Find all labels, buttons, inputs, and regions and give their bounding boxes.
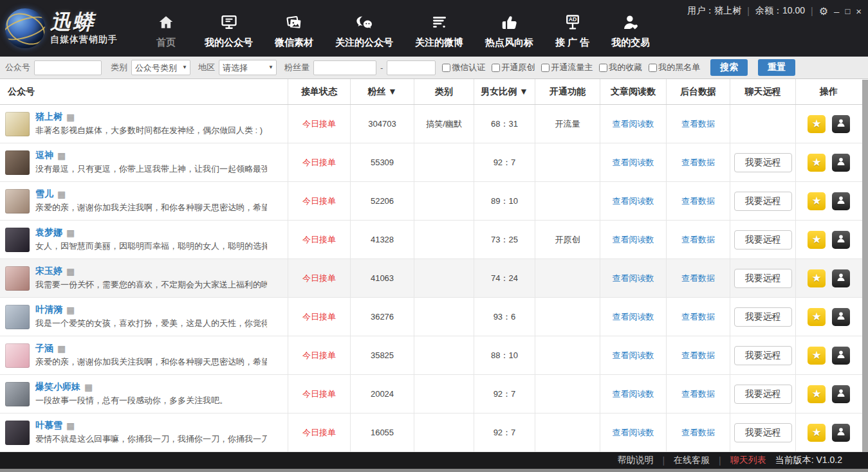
account-name-link[interactable]: 子涵	[35, 343, 53, 354]
col-header-gender-ratio-sort[interactable]: 男女比例 ▼	[474, 79, 535, 104]
view-data-link[interactable]: 查看数据	[681, 157, 715, 168]
table-row: 叶慕雪 ▦ 爱情不就是这么回事嘛，你捅我一刀，我捅你一刀，你捅我一刀，我 今日接…	[0, 413, 868, 452]
col-header-fans-sort[interactable]: 粉丝 ▼	[351, 79, 414, 104]
chat-list-link[interactable]: 聊天列表	[730, 455, 766, 466]
checkbox-my-favorites[interactable]: 我的收藏	[599, 62, 642, 73]
contact-person-button[interactable]	[832, 269, 850, 287]
nav-item-my-trades[interactable]: 我的交易	[611, 12, 650, 49]
settings-gear-icon[interactable]: ⚙	[819, 6, 828, 16]
view-reads-link[interactable]: 查看阅读数	[613, 195, 654, 207]
contact-person-button[interactable]	[832, 115, 850, 133]
qr-code-icon[interactable]: ▦	[57, 190, 66, 199]
region-select[interactable]: 请选择	[219, 60, 277, 75]
original-enabled-checkbox[interactable]	[492, 64, 500, 72]
minimize-button[interactable]: –	[834, 6, 839, 16]
contact-person-button[interactable]	[832, 192, 850, 210]
qr-code-icon[interactable]: ▦	[57, 151, 66, 160]
view-reads-link[interactable]: 查看阅读数	[613, 350, 654, 361]
account-name-link[interactable]: 逗神	[35, 150, 53, 161]
nav-item-home[interactable]: 首页	[149, 12, 183, 49]
qr-code-icon[interactable]: ▦	[66, 113, 75, 122]
view-data-link[interactable]: 查看数据	[681, 388, 715, 400]
vertical-scrollbar[interactable]	[862, 80, 868, 452]
remote-button[interactable]: 我要远程	[734, 192, 792, 211]
checkbox-my-blacklist[interactable]: 我的黑名单	[649, 62, 700, 73]
view-reads-link[interactable]: 查看阅读数	[613, 273, 654, 284]
view-data-link[interactable]: 查看数据	[681, 350, 715, 361]
favorite-star-button[interactable]: ★	[808, 192, 826, 210]
favorite-star-button[interactable]: ★	[808, 347, 826, 365]
view-data-link[interactable]: 查看数据	[681, 234, 715, 246]
account-input[interactable]	[34, 60, 102, 75]
qr-code-icon[interactable]: ▦	[66, 228, 75, 237]
fans-max-input[interactable]	[387, 60, 436, 75]
contact-person-button[interactable]	[832, 154, 850, 172]
remote-button[interactable]: 我要远程	[734, 423, 792, 442]
qr-code-icon[interactable]: ▦	[66, 421, 75, 430]
view-reads-link[interactable]: 查看阅读数	[613, 157, 654, 168]
view-data-link[interactable]: 查看数据	[681, 273, 715, 284]
view-reads-link[interactable]: 查看阅读数	[613, 118, 654, 130]
reset-button[interactable]: 重置	[758, 59, 795, 76]
account-name-link[interactable]: 宋玉婷	[35, 266, 62, 277]
nav-item-hot-trends[interactable]: 热点风向标	[485, 12, 533, 49]
remote-button[interactable]: 我要远程	[734, 346, 792, 365]
remote-button[interactable]: 我要远程	[734, 385, 792, 404]
qr-code-icon[interactable]: ▦	[66, 267, 75, 276]
favorite-star-button[interactable]: ★	[808, 115, 826, 133]
category-select[interactable]: 公众号类别	[131, 60, 190, 75]
account-name-link[interactable]: 袁梦娜	[35, 227, 62, 239]
nav-item-followed-accounts[interactable]: 关注的公众号	[335, 12, 393, 49]
account-name-link[interactable]: 雪儿	[35, 188, 53, 200]
checkbox-wechat-verified[interactable]: 微信认证	[442, 62, 485, 73]
maximize-button[interactable]: □	[845, 6, 850, 16]
remote-button[interactable]: 我要远程	[734, 307, 792, 327]
qr-code-icon[interactable]: ▦	[84, 383, 93, 392]
view-reads-link[interactable]: 查看阅读数	[613, 427, 654, 439]
contact-person-button[interactable]	[832, 231, 850, 249]
help-link[interactable]: 帮助说明	[617, 455, 653, 466]
wechat-verified-checkbox[interactable]	[442, 64, 450, 72]
account-name-link[interactable]: 猪上树	[35, 111, 62, 123]
account-name-link[interactable]: 叶慕雪	[35, 420, 62, 431]
fans-min-input[interactable]	[313, 60, 376, 75]
account-name-link[interactable]: 叶清漪	[35, 304, 62, 316]
search-button[interactable]: 搜索	[710, 59, 748, 76]
nav-item-followed-weibo[interactable]: 关注的微博	[415, 12, 463, 49]
favorite-star-button[interactable]: ★	[808, 231, 826, 249]
my-favorites-checkbox[interactable]	[599, 64, 607, 72]
contact-person-button[interactable]	[832, 424, 850, 442]
view-data-link[interactable]: 查看数据	[681, 118, 715, 130]
nav-item-wechat-materials[interactable]: 微信素材	[275, 12, 313, 49]
nav-item-ads[interactable]: AD 接 广 告	[555, 12, 589, 49]
contact-person-button[interactable]	[832, 385, 850, 403]
view-reads-link[interactable]: 查看阅读数	[613, 234, 654, 246]
my-blacklist-checkbox[interactable]	[649, 64, 657, 72]
nav-label: 热点风向标	[485, 37, 533, 49]
remote-button[interactable]: 我要远程	[734, 153, 792, 172]
favorite-star-button[interactable]: ★	[808, 154, 826, 172]
gender-ratio-cell: 68：31	[474, 105, 535, 143]
checkbox-traffic-enabled[interactable]: 开通流量主	[541, 62, 593, 73]
favorite-star-button[interactable]: ★	[808, 424, 826, 442]
favorite-star-button[interactable]: ★	[808, 269, 826, 287]
contact-person-button[interactable]	[832, 347, 850, 365]
traffic-enabled-checkbox[interactable]	[541, 64, 549, 72]
remote-button[interactable]: 我要远程	[734, 269, 792, 288]
view-data-link[interactable]: 查看数据	[681, 427, 715, 439]
qr-code-icon[interactable]: ▦	[57, 344, 66, 353]
favorite-star-button[interactable]: ★	[808, 308, 826, 326]
contact-person-button[interactable]	[832, 308, 850, 326]
nav-item-my-accounts[interactable]: 我的公众号	[205, 12, 253, 49]
view-reads-link[interactable]: 查看阅读数	[613, 311, 654, 323]
close-button[interactable]: ×	[856, 6, 862, 16]
qr-code-icon[interactable]: ▦	[66, 305, 75, 314]
view-data-link[interactable]: 查看数据	[681, 195, 715, 207]
online-support-link[interactable]: 在线客服	[674, 455, 710, 466]
remote-button[interactable]: 我要远程	[734, 230, 792, 250]
checkbox-original-enabled[interactable]: 开通原创	[492, 62, 535, 73]
favorite-star-button[interactable]: ★	[808, 385, 826, 403]
account-name-link[interactable]: 爆笑小师妹	[35, 381, 80, 393]
view-reads-link[interactable]: 查看阅读数	[613, 388, 654, 400]
view-data-link[interactable]: 查看数据	[681, 311, 715, 323]
